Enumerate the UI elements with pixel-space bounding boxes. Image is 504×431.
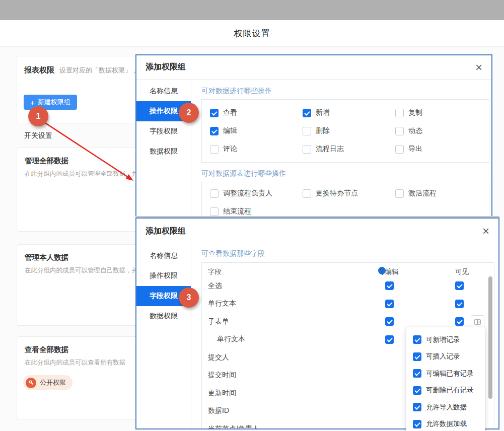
checkbox-unchecked-icon[interactable] bbox=[210, 189, 219, 198]
tab-name-info[interactable]: 名称信息 bbox=[136, 246, 191, 266]
card-description: 在此分组内的成员可以管理全部数据，并拥 bbox=[25, 170, 142, 178]
card-title: 查看全部数据 bbox=[25, 345, 142, 354]
tab-data-permission[interactable]: 数据权限 bbox=[136, 306, 191, 326]
modal-sidebar: 名称信息 操作权限 字段权限 数据权限 bbox=[136, 80, 191, 217]
checkbox-option[interactable]: 编辑 bbox=[210, 122, 303, 140]
scrollbar[interactable] bbox=[488, 276, 492, 399]
modal-header: 添加权限组 × bbox=[136, 55, 491, 80]
checkbox-option[interactable]: 评论 bbox=[210, 140, 303, 158]
key-icon bbox=[26, 378, 36, 388]
visible-checkbox-checked[interactable] bbox=[455, 281, 464, 290]
column-header-field: 字段 bbox=[208, 267, 222, 277]
checkbox-checked-icon[interactable] bbox=[210, 127, 219, 135]
checkbox-checked-icon[interactable] bbox=[413, 335, 421, 344]
report-card-header: 报表权限 设置对应的「数据权限」，可 bbox=[24, 65, 142, 75]
checkbox-unchecked-icon[interactable] bbox=[395, 145, 404, 154]
editable-checkbox-checked[interactable] bbox=[385, 281, 394, 290]
switch-card-manage-all: 管理全部数据 在此分组内的成员可以管理全部数据，并拥 bbox=[17, 148, 142, 232]
modal-content: 可对数据进行哪些操作 查看 新增 复制 编辑 删除 动态 评论 流程日志 导出 … bbox=[191, 80, 491, 217]
visible-checkbox-checked[interactable] bbox=[455, 317, 464, 326]
checkbox-option[interactable]: 复制 bbox=[395, 104, 489, 122]
report-card-subtitle: 设置对应的「数据权限」，可 bbox=[59, 66, 142, 75]
dropdown-option[interactable]: 允许数据加载 bbox=[413, 416, 485, 431]
checkbox-option[interactable]: 结束流程 bbox=[210, 202, 303, 218]
checkbox-unchecked-icon[interactable] bbox=[210, 145, 219, 154]
tab-field-permission[interactable]: 字段权限 bbox=[136, 121, 191, 141]
modal-title: 添加权限组 bbox=[146, 226, 186, 237]
tab-data-permission[interactable]: 数据权限 bbox=[136, 141, 191, 162]
close-icon[interactable]: × bbox=[482, 225, 489, 237]
checkbox-option[interactable]: 动态 bbox=[395, 122, 489, 140]
field-section-label: 可查看数据那些字段 bbox=[201, 249, 494, 258]
checkbox-checked-icon[interactable] bbox=[210, 109, 219, 117]
step-badge-1: 1 bbox=[28, 106, 48, 126]
checkbox-unchecked-icon[interactable] bbox=[303, 145, 311, 154]
checkbox-option[interactable]: 导出 bbox=[395, 140, 489, 158]
top-gray-bar bbox=[0, 0, 504, 20]
add-permission-group-modal-1: 添加权限组 × 名称信息 操作权限 字段权限 数据权限 可对数据进行哪些操作 查… bbox=[135, 54, 492, 218]
subform-icon bbox=[474, 318, 481, 326]
dropdown-option[interactable]: 允许导入数据 bbox=[413, 399, 485, 416]
checkbox-option[interactable]: 流程日志 bbox=[303, 140, 395, 158]
table-row: 单行文本 bbox=[202, 295, 494, 313]
checkbox-option[interactable]: 激活流程 bbox=[395, 184, 489, 202]
checkbox-checked-icon[interactable] bbox=[413, 403, 421, 411]
dropdown-option[interactable]: 可删除已有记录 bbox=[413, 382, 485, 399]
tab-operation-permission[interactable]: 操作权限 bbox=[136, 266, 191, 286]
checkbox-option[interactable]: 新增 bbox=[303, 104, 395, 122]
source-ops-box: 调整流程负责人 更换待办节点 激活流程 结束流程 bbox=[201, 182, 489, 218]
dropdown-option[interactable]: 可新增记录 bbox=[413, 331, 485, 348]
checkbox-option[interactable]: 查看 bbox=[210, 104, 303, 122]
card-title: 管理全部数据 bbox=[25, 156, 142, 166]
close-icon[interactable]: × bbox=[475, 61, 482, 74]
checkbox-option[interactable]: 调整流程负责人 bbox=[210, 184, 303, 202]
card-description: 在此分组内的成员可以管理自己数据，并拥 bbox=[25, 266, 142, 275]
visible-checkbox-checked[interactable] bbox=[455, 300, 464, 308]
column-header-visible: 可见 bbox=[455, 267, 469, 277]
data-ops-section-label: 可对数据进行哪些操作 bbox=[201, 87, 489, 96]
switch-settings-label: 开关设置 bbox=[24, 131, 52, 140]
checkbox-option[interactable]: 更换待办节点 bbox=[303, 184, 395, 202]
modal-body: 名称信息 操作权限 字段权限 数据权限 可对数据进行哪些操作 查看 新增 复制 … bbox=[136, 80, 491, 217]
title-bar: 权限设置 bbox=[0, 20, 504, 47]
checkbox-unchecked-icon[interactable] bbox=[303, 127, 311, 135]
checkbox-unchecked-icon[interactable] bbox=[210, 207, 219, 216]
public-permission-tag: 公开权限 bbox=[23, 375, 73, 390]
modal-sidebar: 名称信息 操作权限 字段权限 数据权限 bbox=[136, 244, 191, 428]
checkbox-unchecked-icon[interactable] bbox=[395, 189, 404, 198]
plus-icon: + bbox=[30, 99, 35, 106]
tab-name-info[interactable]: 名称信息 bbox=[136, 81, 191, 101]
card-description: 在此分组内的成员可以查看所有数据 bbox=[25, 358, 142, 367]
data-ops-box: 查看 新增 复制 编辑 删除 动态 评论 流程日志 导出 bbox=[201, 99, 489, 163]
modal-title: 添加权限组 bbox=[146, 62, 186, 73]
table-row: 全选 bbox=[202, 277, 494, 295]
source-ops-section-label: 可对数据源表进行哪些操作 bbox=[201, 169, 489, 178]
report-card-title: 报表权限 bbox=[24, 65, 54, 75]
new-permission-group-button[interactable]: + 新建权限组 bbox=[24, 95, 77, 110]
checkbox-option[interactable]: 删除 bbox=[303, 122, 395, 140]
switch-card-view-all: 查看全部数据 在此分组内的成员可以查看所有数据 公开权限 bbox=[17, 336, 142, 419]
checkbox-checked-icon[interactable] bbox=[413, 369, 421, 378]
subform-options-dropdown: 可新增记录 可插入记录 可编辑已有记录 可删除已有记录 允许导入数据 允许数据加… bbox=[406, 327, 485, 431]
dropdown-option[interactable]: 可编辑已有记录 bbox=[413, 365, 485, 382]
checkbox-checked-icon[interactable] bbox=[413, 386, 421, 395]
card-title: 管理本人数据 bbox=[25, 253, 142, 262]
editable-checkbox-checked[interactable] bbox=[385, 300, 394, 308]
checkbox-checked-icon[interactable] bbox=[413, 352, 421, 361]
checkbox-unchecked-icon[interactable] bbox=[395, 127, 404, 135]
new-permission-group-label: 新建权限组 bbox=[38, 98, 70, 107]
checkbox-checked-icon[interactable] bbox=[303, 109, 311, 117]
step-badge-3: 3 bbox=[179, 288, 199, 308]
checkbox-unchecked-icon[interactable] bbox=[303, 189, 311, 198]
help-icon[interactable]: ? bbox=[378, 267, 386, 274]
editable-checkbox-checked[interactable] bbox=[385, 317, 394, 326]
step-badge-2: 2 bbox=[179, 103, 199, 123]
checkbox-checked-icon[interactable] bbox=[413, 420, 421, 428]
subform-options-button[interactable] bbox=[471, 315, 484, 329]
permission-settings-page: 权限设置 报表权限 设置对应的「数据权限」，可 + 新建权限组 1 开关设置 管… bbox=[0, 0, 504, 431]
dropdown-option[interactable]: 可插入记录 bbox=[413, 348, 485, 366]
public-permission-label: 公开权限 bbox=[40, 378, 66, 387]
checkbox-unchecked-icon[interactable] bbox=[395, 109, 404, 117]
table-header-row: 字段 可编辑 ? 可见 bbox=[202, 267, 494, 277]
editable-checkbox-checked[interactable] bbox=[385, 335, 394, 344]
